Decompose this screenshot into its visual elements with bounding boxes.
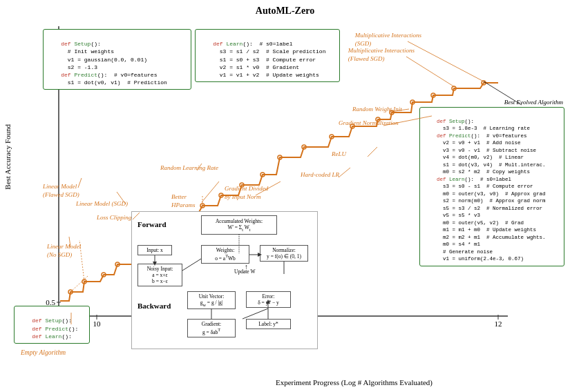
svg-line-38	[182, 259, 201, 271]
annotation-linear-no-sgd: Linear Model(No SGD)	[47, 243, 81, 259]
svg-text:0.5: 0.5	[46, 298, 55, 306]
page-container: AutoML-Zero Best Accuracy Found 0.5 0.9 …	[0, 0, 570, 392]
svg-text:12: 12	[495, 320, 502, 328]
annotation-linear-flawed-sgd: Linear Model(Flawed SGD)	[43, 183, 79, 199]
weights-box: Weights:o = aTWb	[201, 245, 249, 264]
page-title: AutoML-Zero	[0, 0, 570, 19]
accumulated-weights-box: Accumulated Weights:W' = Σt Wt	[201, 215, 277, 235]
update-w-arrow: ↑	[245, 263, 248, 271]
annotation-mult-sgd: Multiplicative Interactions(SGD)	[355, 32, 421, 48]
forward-label: Forward	[137, 220, 167, 228]
input-box: Input: x	[137, 245, 172, 255]
noisy-input-box: Noisy Input:a = x+εb = x−ε	[137, 264, 182, 286]
y-axis-label: Best Accuracy Found	[3, 124, 12, 190]
annotation-relu: ReLU	[332, 150, 346, 157]
annotation-better-hparams: BetterHParams	[171, 193, 196, 209]
error-box: Error:δ = y* − y	[246, 291, 291, 308]
svg-text:10: 10	[93, 320, 102, 328]
annotation-linear-sgd: Linear Model (SGD)	[76, 200, 128, 207]
x-axis-label: Experiment Progress (Log # Algorithms Ev…	[138, 378, 570, 386]
code-box-empty: def Setup(): def Predict(): def Learn():	[14, 306, 90, 344]
label-box: Label: y*	[246, 319, 291, 329]
annotation-random-lr: Random Learning Rate	[160, 164, 218, 171]
annotation-grad-div: Gradient Dividedby Input Norm	[225, 185, 268, 201]
unit-vector-box: Unit Vector:gw = g / |g|	[187, 291, 236, 309]
annotation-loss-clipping: Loss Clipping	[97, 214, 131, 221]
inner-diagram: Forward Backward Accumulated Weights:W' …	[131, 211, 318, 349]
annotation-random-weight: Random Weight Init	[352, 106, 402, 112]
annotation-grad-norm: Gradient Normalization	[339, 119, 399, 126]
annotation-empty: Empty Algorithm	[21, 349, 66, 356]
gradient-box: Gradient:g = δabT	[187, 319, 236, 337]
code-box-setup-predict: def Setup(): # Init weights v1 = gaussia…	[43, 29, 191, 90]
backward-label: Backward	[137, 302, 171, 310]
normalize-box: Normalize:y = f(o) ∈ (0, 1)	[260, 245, 308, 262]
code-box-learn: def Learn(): # s0=label s3 = s1 / s2 # S…	[195, 29, 340, 82]
code-box-best: def Setup(): s3 = 1.8e-3 # Learning rate…	[419, 107, 564, 266]
annotation-mult-flawed: Multiplicative Interactions(Flawed SGD)	[348, 47, 415, 63]
annotation-hard-coded-lr: Hard-coded LR	[301, 171, 339, 178]
annotation-best-evolved: Best Evolved Algorithm	[504, 99, 563, 106]
svg-line-42	[243, 308, 268, 319]
